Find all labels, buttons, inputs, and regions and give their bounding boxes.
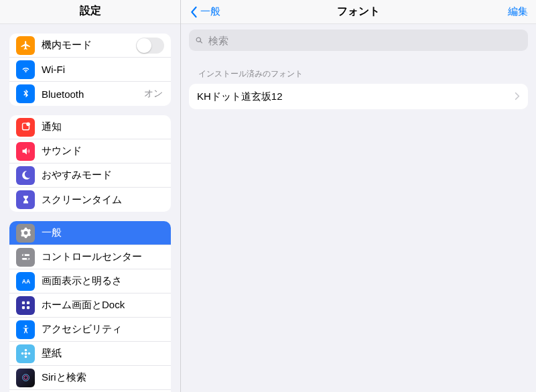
detail-title: フォント: [181, 5, 536, 19]
svg-rect-7: [21, 302, 24, 304]
svg-point-15: [21, 352, 23, 355]
svg-point-14: [24, 356, 27, 358]
hourglass-icon: [16, 190, 35, 209]
sidebar-group-notifications: 通知 サウンド おやすみモード スクリーンタイム: [9, 115, 171, 212]
sidebar-item-homescreen[interactable]: ホーム画面とDock: [9, 293, 171, 318]
installed-fonts-header: インストール済みのフォント: [181, 51, 536, 84]
svg-point-17: [22, 375, 29, 381]
wifi-icon: [16, 60, 35, 79]
svg-point-1: [26, 123, 29, 125]
sidebar-item-label: おやすみモード: [42, 169, 164, 182]
sidebar-item-label: Wi-Fi: [42, 64, 164, 75]
sidebar-item-label: 機内モード: [42, 39, 136, 52]
sidebar-item-label: Bluetooth: [42, 88, 144, 100]
sidebar-item-label: サウンド: [42, 145, 164, 157]
search-wrap: [181, 24, 536, 51]
svg-point-18: [23, 376, 27, 380]
search-icon: [194, 36, 204, 46]
svg-rect-8: [26, 302, 29, 304]
airplane-toggle[interactable]: [136, 38, 164, 54]
sidebar-item-screentime[interactable]: スクリーンタイム: [9, 188, 171, 212]
sidebar-item-display[interactable]: AA 画面表示と明るさ: [9, 269, 171, 293]
sidebar-item-wifi[interactable]: Wi-Fi: [9, 58, 171, 82]
sidebar-item-label: コントロールセンター: [42, 251, 164, 263]
sidebar-item-accessibility[interactable]: アクセシビリティ: [9, 318, 171, 342]
sidebar-item-airplane[interactable]: 機内モード: [9, 34, 171, 58]
chevron-left-icon: [189, 6, 198, 18]
sidebar-item-label: アクセシビリティ: [42, 323, 164, 336]
back-label: 一般: [200, 5, 220, 18]
sidebar-title: 設定: [0, 0, 180, 24]
svg-point-4: [23, 254, 25, 256]
svg-point-12: [24, 352, 27, 354]
sidebar-item-sound[interactable]: サウンド: [9, 139, 171, 164]
sidebar-item-label: 一般: [42, 226, 164, 239]
sidebar-item-label: 通知: [42, 121, 164, 133]
svg-rect-9: [21, 306, 24, 309]
bluetooth-status: オン: [144, 88, 164, 100]
sidebar-item-label: ホーム画面とDock: [42, 299, 164, 312]
chevron-right-icon: [515, 91, 520, 103]
sidebar-item-bluetooth[interactable]: Bluetooth オン: [9, 82, 171, 106]
flower-icon: [16, 344, 35, 363]
sidebar-item-label: 画面表示と明るさ: [42, 275, 164, 287]
sidebar-item-notifications[interactable]: 通知: [9, 115, 171, 139]
sidebar-item-wallpaper[interactable]: 壁紙: [9, 342, 171, 366]
airplane-icon: [16, 36, 35, 55]
search-input[interactable]: [208, 35, 523, 46]
sidebar-item-control-center[interactable]: コントロールセンター: [9, 245, 171, 269]
svg-point-5: [26, 258, 28, 260]
bluetooth-icon: [16, 84, 35, 103]
sidebar-group-general: 一般 コントロールセンター AA 画面表示と明るさ ホーム画面とDock アクセ…: [9, 221, 171, 392]
font-row[interactable]: KHドット道玄坂12: [189, 84, 528, 109]
edit-button[interactable]: 編集: [508, 5, 528, 18]
sidebar-item-label: Siriと検索: [42, 371, 164, 384]
installed-fonts-list: KHドット道玄坂12: [189, 84, 528, 109]
moon-icon: [16, 166, 35, 185]
sidebar-group-connectivity: 機内モード Wi-Fi Bluetooth オン: [9, 34, 171, 106]
grid-icon: [16, 296, 35, 315]
gear-icon: [16, 224, 35, 243]
sidebar-item-general[interactable]: 一般: [9, 221, 171, 245]
back-button[interactable]: 一般: [189, 5, 220, 18]
sidebar-item-label: スクリーンタイム: [42, 194, 164, 206]
sidebar-item-label: 壁紙: [42, 347, 164, 360]
search-field[interactable]: [189, 29, 528, 51]
switches-icon: [16, 248, 35, 267]
svg-point-16: [27, 352, 30, 355]
svg-rect-10: [26, 306, 29, 309]
detail-header: 一般 フォント 編集: [181, 0, 536, 24]
svg-point-11: [25, 325, 27, 327]
font-name: KHドット道玄坂12: [197, 90, 515, 103]
siri-icon: [16, 369, 35, 387]
settings-sidebar: 設定 機内モード Wi-Fi Bluetooth オン: [0, 0, 181, 392]
sidebar-item-siri[interactable]: Siriと検索: [9, 366, 171, 390]
detail-pane: 一般 フォント 編集 インストール済みのフォント KHドット道玄坂12: [181, 0, 536, 392]
speaker-icon: [16, 142, 35, 161]
person-icon: [16, 320, 35, 339]
svg-point-13: [24, 349, 27, 352]
aa-icon: AA: [16, 272, 35, 291]
svg-text:AA: AA: [21, 278, 29, 285]
sidebar-item-dnd[interactable]: おやすみモード: [9, 164, 171, 188]
bell-icon: [16, 118, 35, 137]
